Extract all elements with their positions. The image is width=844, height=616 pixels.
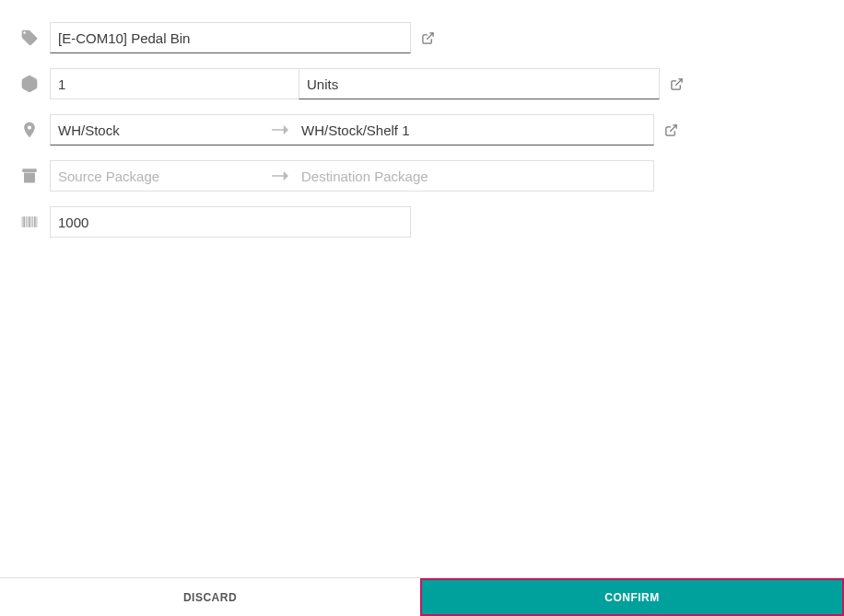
source-location-input[interactable] bbox=[50, 114, 299, 145]
destination-package-input[interactable] bbox=[293, 160, 654, 192]
product-input[interactable] bbox=[50, 22, 411, 53]
svg-rect-10 bbox=[29, 216, 30, 227]
external-link-icon[interactable] bbox=[665, 77, 687, 91]
svg-rect-7 bbox=[23, 216, 25, 227]
external-link-icon[interactable] bbox=[660, 123, 682, 137]
svg-rect-14 bbox=[37, 216, 38, 227]
barcode-row bbox=[15, 206, 829, 238]
quantity-row bbox=[15, 68, 829, 99]
svg-rect-6 bbox=[22, 216, 23, 227]
location-row bbox=[15, 114, 829, 145]
cube-icon bbox=[15, 75, 44, 93]
svg-line-3 bbox=[670, 124, 676, 131]
uom-input[interactable] bbox=[299, 68, 660, 99]
destination-location-input[interactable] bbox=[293, 114, 654, 145]
form-container bbox=[0, 0, 844, 238]
barcode-icon bbox=[15, 213, 44, 231]
external-link-icon[interactable] bbox=[416, 31, 439, 45]
confirm-button[interactable]: CONFIRM bbox=[420, 578, 844, 616]
svg-line-2 bbox=[675, 78, 682, 85]
discard-button[interactable]: DISCARD bbox=[0, 578, 420, 616]
svg-rect-8 bbox=[26, 216, 27, 227]
barcode-input[interactable] bbox=[50, 206, 411, 238]
location-pin-icon bbox=[15, 121, 44, 139]
package-row bbox=[15, 160, 829, 192]
archive-icon bbox=[15, 167, 44, 185]
svg-rect-12 bbox=[32, 216, 33, 227]
product-row bbox=[15, 22, 829, 53]
svg-rect-13 bbox=[34, 216, 36, 227]
svg-rect-9 bbox=[28, 216, 29, 227]
source-package-input[interactable] bbox=[50, 160, 299, 192]
tag-icon bbox=[15, 29, 44, 47]
svg-rect-11 bbox=[31, 216, 32, 227]
svg-line-0 bbox=[427, 32, 433, 39]
quantity-input[interactable] bbox=[50, 68, 299, 99]
footer-bar: DISCARD CONFIRM bbox=[0, 577, 844, 616]
